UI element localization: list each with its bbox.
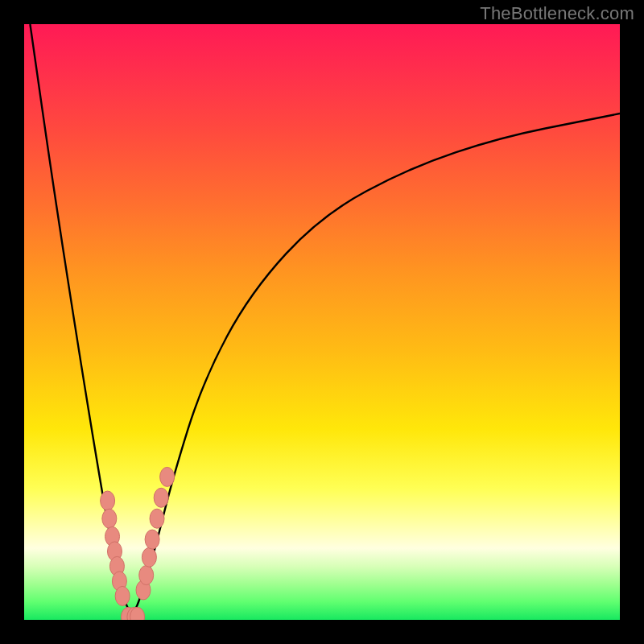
data-marker	[145, 530, 159, 549]
data-marker	[150, 509, 164, 528]
data-marker	[142, 547, 156, 567]
curve-svg	[24, 24, 620, 620]
marker-group	[101, 467, 175, 620]
bottleneck-curve	[30, 24, 620, 612]
data-marker	[115, 586, 130, 605]
watermark-text: TheBottleneck.com	[480, 3, 634, 24]
plot-area	[24, 24, 620, 620]
data-marker	[154, 488, 168, 507]
data-marker	[101, 491, 115, 510]
data-marker	[102, 509, 117, 528]
chart-frame: TheBottleneck.com	[0, 0, 644, 644]
data-marker	[160, 467, 175, 486]
data-marker	[139, 566, 154, 585]
